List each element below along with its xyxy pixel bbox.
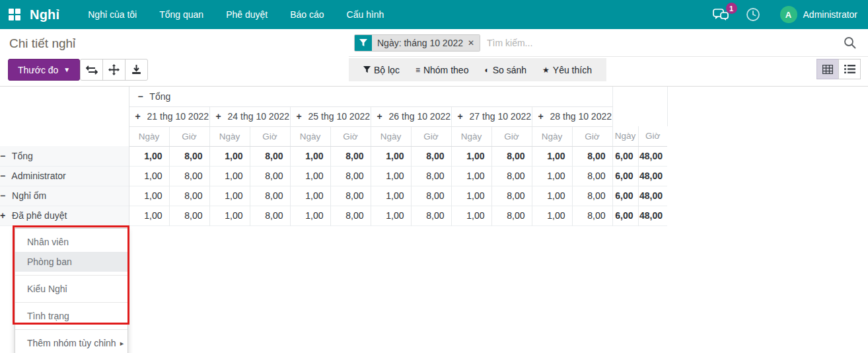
menu-item-add-custom-group[interactable]: Thêm nhóm tùy chỉnh ▸ xyxy=(15,333,127,353)
pivot-cell: 8,00 xyxy=(250,146,290,166)
pivot-cell: 1,00 xyxy=(532,166,572,186)
messages-icon[interactable]: 1 xyxy=(713,8,729,21)
measure-header[interactable]: Giờ xyxy=(638,126,667,146)
pivot-cell: 8,00 xyxy=(411,186,451,206)
search-options: Bộ lọc ≡ Nhóm theo ◐ So sánh ★ Yêu thích xyxy=(349,58,606,81)
menu-item-status[interactable]: Tình trạng xyxy=(15,306,127,326)
menu-my-time-off[interactable]: Nghỉ của tôi xyxy=(77,0,148,29)
column-header-total[interactable]: − Tổng xyxy=(129,87,612,106)
user-name[interactable]: Administrator xyxy=(803,9,857,20)
column-header-date[interactable]: + 24 thg 10 2022 xyxy=(209,106,290,126)
pivot-cell: 1,00 xyxy=(451,146,491,166)
pivot-cell: 1,00 xyxy=(290,166,330,186)
menu-item-department[interactable]: Phòng ban xyxy=(15,252,127,272)
expand-all-button[interactable] xyxy=(102,59,126,81)
pivot-cell: 8,00 xyxy=(250,166,290,186)
compare-icon: ◐ xyxy=(484,65,489,75)
expand-icon: + xyxy=(458,111,463,122)
download-xlsx-button[interactable] xyxy=(125,59,148,81)
menu-overview[interactable]: Tổng quan xyxy=(148,0,215,29)
expand-icon: + xyxy=(0,210,5,221)
filters-button[interactable]: Bộ lọc xyxy=(355,58,408,81)
group-by-icon: ≡ xyxy=(416,65,420,75)
menu-reporting[interactable]: Báo cáo xyxy=(279,0,335,29)
pivot-cell: 8,00 xyxy=(491,186,532,206)
pivot-cell: 8,00 xyxy=(169,166,209,186)
menu-configuration[interactable]: Cấu hình xyxy=(336,0,396,29)
pivot-grid-icon xyxy=(822,65,833,74)
messages-badge: 1 xyxy=(726,3,737,14)
search-bar: Ngày: tháng 10 2022 ✕ xyxy=(349,29,868,57)
menu-item-leave-type[interactable]: Kiểu Nghỉ xyxy=(15,279,127,299)
pivot-cell: 8,00 xyxy=(491,206,532,225)
pivot-cell: 8,00 xyxy=(330,186,371,206)
group-by-button[interactable]: ≡ Nhóm theo xyxy=(408,58,477,81)
pivot-table-area: − Tổng + 21 thg 10 2022 + 24 thg 10 2022… xyxy=(0,87,668,226)
measure-header[interactable]: Ngày xyxy=(209,126,250,146)
measure-header[interactable]: Giờ xyxy=(330,126,371,146)
measure-header[interactable]: Ngày xyxy=(290,126,330,146)
search-icon[interactable] xyxy=(844,36,856,49)
measure-header[interactable]: Giờ xyxy=(572,126,612,146)
column-header-date[interactable]: + 26 thg 10 2022 xyxy=(371,106,451,126)
app-brand[interactable]: Nghỉ xyxy=(30,7,59,22)
column-header-date[interactable]: + 25 thg 10 2022 xyxy=(290,106,371,126)
user-avatar[interactable]: A xyxy=(780,6,797,23)
pivot-cell: 1,00 xyxy=(209,206,250,225)
search-facet[interactable]: Ngày: tháng 10 2022 ✕ xyxy=(354,34,480,52)
measure-header[interactable]: Giờ xyxy=(169,126,209,146)
measure-header[interactable]: Ngày xyxy=(129,126,169,146)
page-title: Chi tiết nghỉ xyxy=(9,36,75,51)
measure-header[interactable]: Ngày xyxy=(612,126,638,146)
pivot-cell: 8,00 xyxy=(169,146,209,166)
list-view-button[interactable] xyxy=(838,59,861,79)
pivot-cell: 8,00 xyxy=(572,186,612,206)
expand-icon: + xyxy=(538,111,544,122)
facet-label: Ngày: tháng 10 2022 xyxy=(377,38,463,48)
pivot-cell: 8,00 xyxy=(572,206,612,225)
column-header-date[interactable]: + 21 thg 10 2022 xyxy=(129,106,209,126)
pivot-row-sick-leave: − Nghỉ ốm 1,00 8,00 1,00 8,00 1,00 8,00 … xyxy=(0,186,667,206)
pivot-cell: 8,00 xyxy=(491,146,532,166)
row-header-approved[interactable]: + Đã phê duyệt xyxy=(0,206,129,225)
pivot-cell: 1,00 xyxy=(532,206,572,225)
comparison-button[interactable]: ◐ So sánh xyxy=(476,58,534,81)
pivot-view-button[interactable] xyxy=(816,59,839,79)
pivot-cell: 1,00 xyxy=(129,146,169,166)
expand-icon: + xyxy=(377,111,382,122)
column-header-date[interactable]: + 27 thg 10 2022 xyxy=(451,106,532,126)
measure-header[interactable]: Ngày xyxy=(532,126,572,146)
pivot-cell: 8,00 xyxy=(169,186,209,206)
measure-header[interactable]: Giờ xyxy=(491,126,532,146)
measures-button[interactable]: Thước đo ▼ xyxy=(8,59,80,81)
pivot-row-total: − Tổng 1,00 8,00 1,00 8,00 1,00 8,00 1,0… xyxy=(0,146,667,166)
menu-divider xyxy=(15,302,127,303)
activities-clock-icon[interactable] xyxy=(746,7,760,22)
pivot-cell: 1,00 xyxy=(371,166,411,186)
pivot-cell: 1,00 xyxy=(371,146,411,166)
measure-header[interactable]: Giờ xyxy=(250,126,290,146)
pivot-cell: 1,00 xyxy=(371,206,411,225)
pivot-cell: 1,00 xyxy=(290,206,330,225)
apps-menu-icon[interactable] xyxy=(9,9,20,20)
row-header-total[interactable]: − Tổng xyxy=(0,146,129,166)
row-header-administrator[interactable]: − Administrator xyxy=(0,166,129,186)
measure-header[interactable]: Ngày xyxy=(451,126,491,146)
search-input[interactable] xyxy=(487,38,868,48)
pivot-cell: 1,00 xyxy=(532,146,572,166)
measure-header[interactable]: Ngày xyxy=(371,126,411,146)
menu-item-employee[interactable]: Nhân viên xyxy=(15,232,127,252)
row-header-sick-leave[interactable]: − Nghỉ ốm xyxy=(0,186,129,206)
pivot-cell: 1,00 xyxy=(451,186,491,206)
pivot-cell: 1,00 xyxy=(290,186,330,206)
flip-axis-button[interactable] xyxy=(80,59,103,81)
column-header-date[interactable]: + 28 thg 10 2022 xyxy=(532,106,612,126)
pivot-cell: 8,00 xyxy=(411,146,451,166)
top-navbar: Nghỉ Nghỉ của tôi Tổng quan Phê duyệt Bá… xyxy=(0,0,868,29)
pivot-row-administrator: − Administrator 1,00 8,00 1,00 8,00 1,00… xyxy=(0,166,667,186)
favorites-button[interactable]: ★ Yêu thích xyxy=(534,58,600,81)
menu-approvals[interactable]: Phê duyệt xyxy=(215,0,279,29)
measure-header[interactable]: Giờ xyxy=(411,126,451,146)
list-icon xyxy=(844,65,855,73)
facet-remove-icon[interactable]: ✕ xyxy=(468,38,474,48)
